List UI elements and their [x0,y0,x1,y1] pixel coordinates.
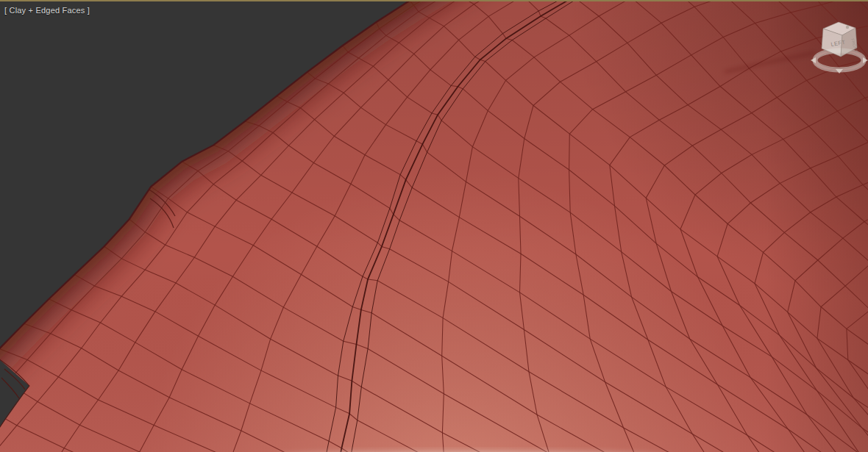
viewport-3d: [ Clay + Edged Faces ] LEFT FRONT [0,0,868,452]
viewcube-icon: LEFT FRONT [809,19,868,76]
viewcube-home-icon[interactable] [846,26,849,29]
clay-mesh-canvas[interactable] [0,1,868,452]
viewport-shading-label[interactable]: [ Clay + Edged Faces ] [4,6,90,15]
viewcube[interactable]: LEFT FRONT [809,19,868,76]
